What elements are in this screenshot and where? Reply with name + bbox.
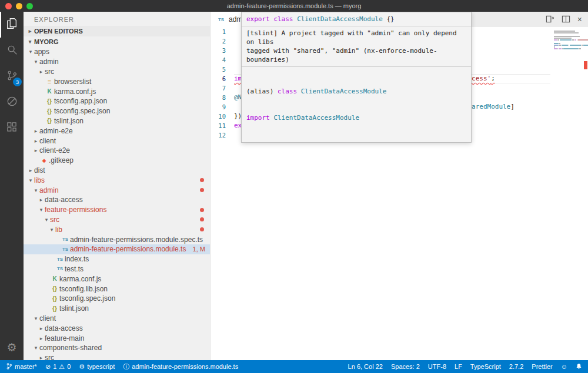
error-overview-marker (584, 61, 587, 69)
tree-item-lib[interactable]: ▾lib (24, 224, 210, 234)
feedback-smiley-icon[interactable]: ☺ (561, 363, 567, 370)
tree-item-client[interactable]: ▾client (24, 314, 210, 324)
json-file-icon: {} (50, 305, 59, 312)
tree-item-admin[interactable]: ▾admin (24, 57, 210, 67)
tree-item-label: client (39, 137, 56, 145)
tree-item-tsconfig.lib.json[interactable]: {}tsconfig.lib.json (24, 284, 210, 294)
activitybar-source-control[interactable]: 3 (0, 63, 24, 89)
tslint-status[interactable]: ⚙ typescript (79, 363, 115, 370)
activitybar-debug[interactable] (0, 89, 24, 115)
window-close-button[interactable] (5, 3, 12, 9)
file-info-status[interactable]: ⓘ admin-feature-permissions.module.ts (123, 363, 238, 370)
line-number: 2 (211, 36, 234, 46)
hover-signature: export class ClientDataAccessModule {} (242, 12, 471, 26)
git-branch-icon (6, 362, 12, 371)
tree-item-tslint.json[interactable]: {}tslint.json (24, 304, 210, 314)
explorer-icon (5, 17, 18, 32)
tree-item-feature-main[interactable]: ▸feature-main (24, 333, 210, 343)
tree-item-.gitkeep[interactable]: ◆.gitkeep (24, 156, 210, 166)
chevron-right-icon: ▸ (38, 69, 45, 75)
chevron-down-icon: ▾ (32, 345, 39, 351)
open-changes-icon[interactable] (546, 15, 554, 23)
problems-status[interactable]: ⊘ 1 ⚠ 0 (45, 363, 71, 370)
tree-item-admin-e2e[interactable]: ▸admin-e2e (24, 126, 210, 136)
json-file-icon: {} (45, 98, 54, 105)
split-editor-icon[interactable] (562, 15, 570, 23)
tree-item-label: libs (34, 176, 45, 184)
minimap-line (554, 36, 582, 37)
hover-import-line: import ClientDataAccessModule (246, 113, 466, 122)
chevron-right-icon: ▸ (32, 147, 39, 153)
minimap-line (554, 31, 582, 32)
tree-item-src[interactable]: ▸src (24, 67, 210, 77)
line-number: 7 (211, 83, 234, 93)
hover-alias-line: (alias) class ClientDataAccessModule (246, 87, 466, 96)
tree-item-label: tsconfig.app.json (54, 97, 107, 105)
tree-item-label: tsconfig.spec.json (59, 294, 115, 303)
tree-item-admin[interactable]: ▾admin (24, 185, 210, 195)
tree-item-karma.conf.js[interactable]: Kkarma.conf.js (24, 274, 210, 284)
eol-status[interactable]: LF (455, 363, 462, 370)
error-icon: ⊘ (45, 364, 51, 370)
tree-item-browserslist[interactable]: ≡browserslist (24, 76, 210, 86)
minimap[interactable] (554, 31, 582, 52)
indentation-status[interactable]: Spaces: 2 (391, 363, 420, 370)
git-branch-status[interactable]: master* (6, 362, 37, 371)
tree-item-label: feature-permissions (45, 206, 106, 214)
minimap-line (554, 43, 582, 44)
hover-tooltip: export class ClientDataAccessModule {} [… (241, 12, 472, 143)
tree-item-tsconfig.app.json[interactable]: {}tsconfig.app.json (24, 96, 210, 106)
tree-item-tsconfig.spec.json[interactable]: {}tsconfig.spec.json (24, 294, 210, 304)
language-mode-status[interactable]: TypeScript (470, 363, 501, 370)
tree-item-tslint.json[interactable]: {}tslint.json (24, 116, 210, 126)
tree-item-src[interactable]: ▾src (24, 215, 210, 225)
tree-item-client-e2e[interactable]: ▸client-e2e (24, 146, 210, 156)
tree-item-tsconfig.spec.json[interactable]: {}tsconfig.spec.json (24, 106, 210, 116)
activitybar-settings[interactable]: ⚙ (0, 334, 24, 360)
minimap-line (554, 39, 582, 41)
karma-file-icon: K (45, 88, 54, 95)
tree-item-label: .gitkeep (49, 156, 74, 164)
activitybar-search[interactable] (0, 38, 24, 63)
tree-item-src[interactable]: ▸src (24, 353, 210, 360)
cursor-position-status[interactable]: Ln 6, Col 22 (348, 363, 383, 370)
window-minimize-button[interactable] (16, 3, 22, 9)
code-token: ; (491, 75, 495, 82)
open-editors-header[interactable]: ▸ OPEN EDITORS (24, 26, 210, 36)
tree-item-admin-feature-permissions.module.spec.ts[interactable]: TSadmin-feature-permissions.module.spec.… (24, 234, 210, 244)
sidebar-title: EXPLORER (24, 12, 210, 26)
tree-item-label: apps (34, 48, 49, 56)
encoding-status[interactable]: UTF-8 (428, 363, 446, 370)
tree-item-test.ts[interactable]: TStest.ts (24, 264, 210, 274)
chevron-right-icon: ▸ (27, 167, 34, 173)
tree-item-libs[interactable]: ▾libs (24, 175, 210, 185)
workspace-root-header[interactable]: ▾ MYORG (24, 36, 210, 47)
tree-item-components-shared[interactable]: ▾components-shared (24, 343, 210, 353)
formatter-status[interactable]: Prettier (532, 363, 552, 370)
tree-item-label: tsconfig.lib.json (59, 285, 108, 293)
activitybar-extensions[interactable] (0, 115, 24, 141)
tree-item-index.ts[interactable]: TSindex.ts (24, 254, 210, 264)
modified-dot (200, 227, 204, 231)
tree-item-karma.conf.js[interactable]: Kkarma.conf.js (24, 86, 210, 96)
tree-item-admin-feature-permissions.module.ts[interactable]: TSadmin-feature-permissions.module.ts1, … (24, 244, 210, 254)
activitybar-explorer[interactable] (0, 12, 24, 38)
close-icon[interactable]: × (577, 15, 582, 23)
tree-item-label: admin-feature-permissions.module.ts (70, 245, 186, 253)
code-token: {} (383, 15, 395, 23)
lang-status-label: typescript (87, 363, 115, 370)
tree-item-dist[interactable]: ▸dist (24, 166, 210, 176)
chevron-down-icon: ▾ (32, 187, 39, 193)
window-zoom-button[interactable] (26, 3, 33, 9)
chevron-right-icon: ▸ (32, 128, 39, 134)
chevron-down-icon: ▾ (32, 59, 39, 65)
tree-item-data-access[interactable]: ▸data-access (24, 195, 210, 205)
line-number: 12 (211, 130, 234, 140)
tree-item-feature-permissions[interactable]: ▾feature-permissions (24, 205, 210, 215)
tree-item-data-access[interactable]: ▸data-access (24, 323, 210, 333)
window-controls (0, 3, 33, 9)
tree-item-client[interactable]: ▸client (24, 136, 210, 146)
notifications-bell-icon[interactable] (576, 363, 582, 370)
tree-item-apps[interactable]: ▾apps (24, 47, 210, 57)
ts-version-status[interactable]: 2.7.2 (509, 363, 523, 370)
